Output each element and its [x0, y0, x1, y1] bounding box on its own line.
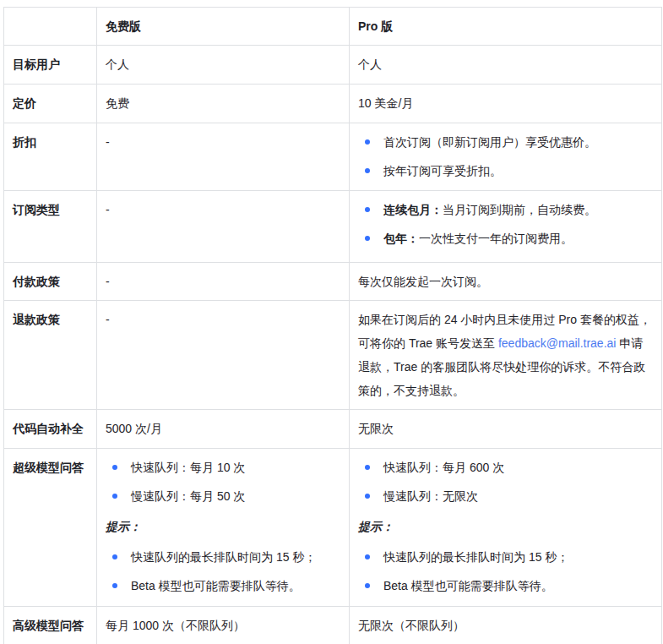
table-row-code-completion: 代码自动补全 5000 次/月 无限次	[4, 410, 662, 449]
cell-pro-pricing: 10 美金/月	[350, 85, 662, 123]
list-item-text: 一次性支付一年的订阅费用。	[419, 232, 573, 245]
list-item: Beta 模型也可能需要排队等待。	[106, 574, 339, 598]
note-label: 提示：	[106, 515, 339, 538]
cell-free-super-model-qa: 快速队列：每月 10 次 慢速队列：每月 50 次 提示： 快速队列的最长排队时…	[97, 449, 350, 607]
cell-free-advanced-model-qa: 每月 1000 次（不限队列）	[97, 607, 350, 644]
list-item: 按年订阅可享受折扣。	[358, 159, 651, 183]
cell-free-payment-policy: -	[97, 263, 350, 301]
cell-pro-advanced-model-qa: 无限次（不限队列）	[350, 607, 662, 644]
cell-free-target-users: 个人	[97, 46, 350, 85]
list-item-lead: 包年：	[383, 232, 419, 245]
row-label-subscription-type: 订阅类型	[4, 191, 97, 263]
cell-free-discount: -	[97, 123, 350, 191]
cell-free-refund-policy: -	[97, 301, 350, 410]
cell-free-subscription-type: -	[97, 191, 350, 263]
row-label-code-completion: 代码自动补全	[4, 410, 97, 449]
table-row-subscription-type: 订阅类型 - 连续包月：当月订阅到期前，自动续费。 包年：一次性支付一年的订阅费…	[4, 191, 662, 263]
cell-free-code-completion: 5000 次/月	[97, 410, 350, 449]
table-row-refund-policy: 退款政策 - 如果在订阅后的 24 小时内且未使用过 Pro 套餐的权益，可将你…	[4, 301, 662, 410]
cell-pro-super-model-qa: 快速队列：每月 600 次 慢速队列：无限次 提示： 快速队列的最长排队时间为 …	[350, 449, 662, 607]
table-row-super-model-qa: 超级模型问答 快速队列：每月 10 次 慢速队列：每月 50 次 提示： 快速队…	[4, 449, 662, 607]
list-item: 首次订阅（即新订阅用户）享受优惠价。	[358, 130, 651, 154]
corner-cell	[4, 8, 97, 46]
list-item: 快速队列的最长排队时间为 15 秒；	[106, 545, 339, 569]
row-label-discount: 折扣	[4, 123, 97, 191]
table-row-pricing: 定价 免费 10 美金/月	[4, 85, 662, 123]
cell-pro-target-users: 个人	[350, 46, 662, 85]
list-item: 连续包月：当月订阅到期前，自动续费。	[358, 198, 651, 221]
list-item: 快速队列：每月 10 次	[106, 456, 339, 479]
row-label-super-model-qa: 超级模型问答	[4, 449, 97, 607]
row-label-advanced-model-qa: 高级模型问答	[4, 607, 97, 644]
column-header-pro: Pro 版	[350, 8, 662, 46]
note-label: 提示：	[358, 515, 651, 538]
cell-free-pricing: 免费	[97, 85, 350, 123]
row-label-payment-policy: 付款政策	[4, 263, 97, 301]
row-label-target-users: 目标用户	[4, 46, 97, 85]
list-item: 快速队列：每月 600 次	[358, 456, 651, 479]
table-row-advanced-model-qa: 高级模型问答 每月 1000 次（不限队列） 无限次（不限队列）	[4, 607, 662, 644]
cell-pro-code-completion: 无限次	[350, 410, 662, 449]
pricing-comparison-table: 免费版 Pro 版 目标用户 个人 个人 定价 免费 10 美金/月 折扣 - …	[3, 7, 662, 644]
row-label-pricing: 定价	[4, 85, 97, 123]
table-row-payment-policy: 付款政策 - 每次仅能发起一次订阅。	[4, 263, 662, 301]
cell-pro-subscription-type: 连续包月：当月订阅到期前，自动续费。 包年：一次性支付一年的订阅费用。	[350, 191, 662, 263]
cell-pro-payment-policy: 每次仅能发起一次订阅。	[350, 263, 662, 301]
row-label-refund-policy: 退款政策	[4, 301, 97, 410]
table-row-discount: 折扣 - 首次订阅（即新订阅用户）享受优惠价。 按年订阅可享受折扣。	[4, 123, 662, 191]
cell-pro-refund-policy: 如果在订阅后的 24 小时内且未使用过 Pro 套餐的权益，可将你的 Trae …	[350, 301, 662, 410]
list-item: Beta 模型也可能需要排队等待。	[358, 574, 651, 598]
list-item: 慢速队列：无限次	[358, 484, 651, 508]
list-item-text: 当月订阅到期前，自动续费。	[443, 203, 596, 216]
column-header-free: 免费版	[97, 8, 350, 46]
feedback-email-link[interactable]: feedback@mail.trae.ai	[498, 336, 617, 350]
list-item: 慢速队列：每月 50 次	[106, 484, 339, 508]
table-row-target-users: 目标用户 个人 个人	[4, 46, 662, 85]
list-item: 包年：一次性支付一年的订阅费用。	[358, 226, 651, 250]
list-item: 快速队列的最长排队时间为 15 秒；	[358, 545, 651, 569]
header-row: 免费版 Pro 版	[4, 8, 662, 46]
cell-pro-discount: 首次订阅（即新订阅用户）享受优惠价。 按年订阅可享受折扣。	[350, 123, 662, 191]
list-item-lead: 连续包月：	[383, 203, 443, 216]
